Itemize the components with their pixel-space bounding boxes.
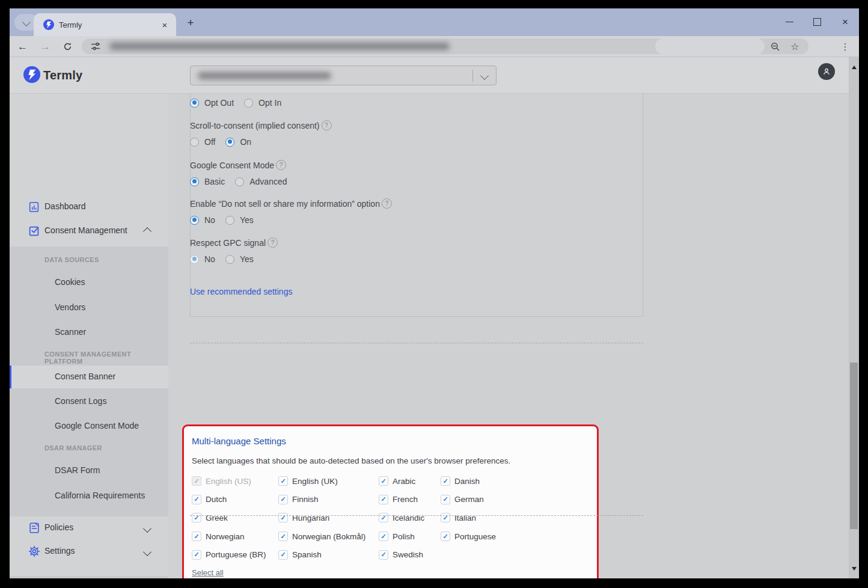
browser-menu-button[interactable]: ⋮ [840, 39, 851, 54]
sidebar-item-dashboard[interactable]: Dashboard [10, 198, 168, 215]
website-select[interactable] [190, 66, 497, 85]
checkbox-icon[interactable]: ✓ [192, 550, 201, 560]
checkbox-icon[interactable]: ✓ [379, 531, 388, 541]
window-close-button[interactable]: × [835, 12, 855, 31]
bookmark-star-button[interactable]: ☆ [790, 41, 800, 52]
language-option[interactable]: ✓ Dutch [192, 491, 278, 509]
page-scrollbar[interactable] [849, 57, 859, 578]
radio-icon[interactable] [190, 177, 199, 186]
reload-button[interactable] [60, 38, 76, 55]
arrow-up-icon [852, 66, 857, 69]
language-option[interactable]: ✓ Swedish [379, 545, 441, 564]
language-option[interactable]: ✓ Polish [379, 527, 441, 546]
language-option[interactable]: ✓ Spanish [278, 545, 379, 564]
language-option[interactable]: ✓ Arabic [379, 472, 441, 491]
checkbox-icon[interactable]: ✓ [278, 476, 288, 486]
language-option[interactable]: ✓ English (US) [192, 472, 278, 491]
sidebar-item-vendors[interactable]: Vendors [10, 296, 168, 319]
radio-icon[interactable] [244, 99, 253, 108]
forward-button[interactable]: → [37, 38, 53, 55]
radio-option[interactable]: Advanced [235, 177, 287, 186]
language-option[interactable]: ✓ Danish [441, 472, 588, 491]
radio-option[interactable]: Yes [225, 254, 254, 264]
language-option[interactable]: ✓ Icelandic [379, 509, 441, 527]
maximize-button[interactable] [807, 12, 827, 31]
user-avatar[interactable] [818, 63, 835, 80]
minimize-button[interactable] [779, 12, 799, 31]
radio-option[interactable]: Opt In [244, 98, 281, 108]
sidebar-item-cookies[interactable]: Cookies [10, 271, 168, 294]
help-icon[interactable]: ? [382, 198, 392, 209]
radio-icon[interactable] [190, 216, 199, 225]
checkbox-icon[interactable]: ✓ [441, 495, 450, 504]
sidebar-item-consent-management[interactable]: Consent Management [10, 222, 168, 239]
radio-icon[interactable] [235, 177, 244, 186]
checkbox-icon[interactable]: ✓ [192, 476, 201, 486]
checkbox-icon[interactable]: ✓ [441, 531, 450, 541]
sidebar-item-california-requirements[interactable]: California Requirements [10, 485, 168, 507]
radio-option[interactable]: Yes [225, 215, 254, 225]
browser-tab[interactable]: Termly × [34, 13, 176, 36]
checkbox-icon[interactable]: ✓ [379, 513, 388, 522]
sidebar-item-consent-banner[interactable]: Consent Banner [10, 366, 168, 388]
language-option[interactable]: ✓ Hungarian [278, 509, 379, 527]
checkbox-icon[interactable]: ✓ [192, 495, 201, 504]
back-button[interactable]: ← [14, 38, 31, 55]
checkbox-icon[interactable]: ✓ [441, 513, 450, 522]
language-label: English (UK) [292, 477, 338, 486]
google-consent-mode-group: Google Consent Mode ? Basic Advanced [190, 160, 287, 186]
radio-icon[interactable] [190, 138, 199, 147]
checkbox-icon[interactable]: ✓ [379, 476, 388, 486]
radio-icon[interactable] [225, 255, 234, 264]
scrollbar-thumb[interactable] [850, 363, 858, 529]
radio-icon[interactable] [190, 255, 199, 264]
language-option[interactable]: ✓ Norwegian [192, 527, 278, 546]
language-option[interactable]: ✓ English (UK) [278, 472, 379, 491]
help-icon[interactable]: ? [276, 160, 286, 170]
tab-close-icon[interactable]: × [159, 19, 170, 30]
sidebar-item-scanner[interactable]: Scanner [10, 321, 168, 344]
language-option[interactable]: ✓ Greek [192, 509, 278, 527]
language-option[interactable]: ✓ French [379, 491, 441, 509]
language-label: French [393, 495, 418, 504]
radio-icon[interactable] [225, 138, 234, 147]
checkbox-icon[interactable]: ✓ [278, 495, 288, 504]
checkbox-icon[interactable]: ✓ [278, 531, 288, 541]
radio-icon[interactable] [190, 99, 199, 108]
language-option[interactable]: ✓ German [441, 491, 588, 509]
language-option[interactable]: ✓ Norwegian (Bokmål) [278, 527, 379, 546]
checkbox-icon[interactable]: ✓ [379, 495, 388, 504]
radio-option[interactable]: On [225, 137, 251, 147]
sidebar-item-consent-logs[interactable]: Consent Logs [10, 390, 168, 413]
checkbox-icon[interactable]: ✓ [278, 550, 288, 560]
radio-option[interactable]: Opt Out [190, 98, 234, 108]
sidebar-item-policies[interactable]: Policies [10, 519, 168, 536]
sidebar-item-settings[interactable]: Settings [10, 543, 168, 560]
address-bar[interactable]: ☆ [82, 38, 808, 54]
language-option[interactable]: ✓ Portuguese [441, 527, 588, 546]
checkbox-icon[interactable]: ✓ [278, 513, 288, 522]
checkbox-icon[interactable]: ✓ [441, 476, 450, 486]
radio-option[interactable]: No [190, 254, 215, 264]
radio-option[interactable]: No [190, 215, 215, 225]
help-icon[interactable]: ? [267, 237, 278, 248]
checkbox-icon[interactable]: ✓ [192, 513, 201, 522]
language-option[interactable]: ✓ Finnish [278, 491, 379, 509]
new-tab-button[interactable]: + [183, 15, 198, 31]
select-all-link[interactable]: Select all [192, 568, 224, 577]
tune-icon[interactable] [91, 41, 100, 51]
language-option[interactable]: ✓ Italian [441, 509, 588, 527]
scroll-down-button[interactable] [849, 563, 859, 574]
sidebar-item-google-consent-mode[interactable]: Google Consent Mode [10, 415, 168, 438]
use-recommended-settings-link[interactable]: Use recommended settings [190, 287, 292, 296]
sidebar-item-dsar-form[interactable]: DSAR Form [10, 459, 168, 482]
zoom-out-button[interactable] [770, 41, 780, 52]
help-icon[interactable]: ? [322, 120, 332, 130]
radio-icon[interactable] [225, 216, 234, 225]
scroll-up-button[interactable] [849, 62, 859, 72]
language-option[interactable]: ✓ Portuguese (BR) [192, 545, 278, 564]
radio-option[interactable]: Basic [190, 177, 225, 186]
checkbox-icon[interactable]: ✓ [192, 531, 201, 541]
checkbox-icon[interactable]: ✓ [379, 550, 388, 560]
radio-option[interactable]: Off [190, 137, 215, 147]
